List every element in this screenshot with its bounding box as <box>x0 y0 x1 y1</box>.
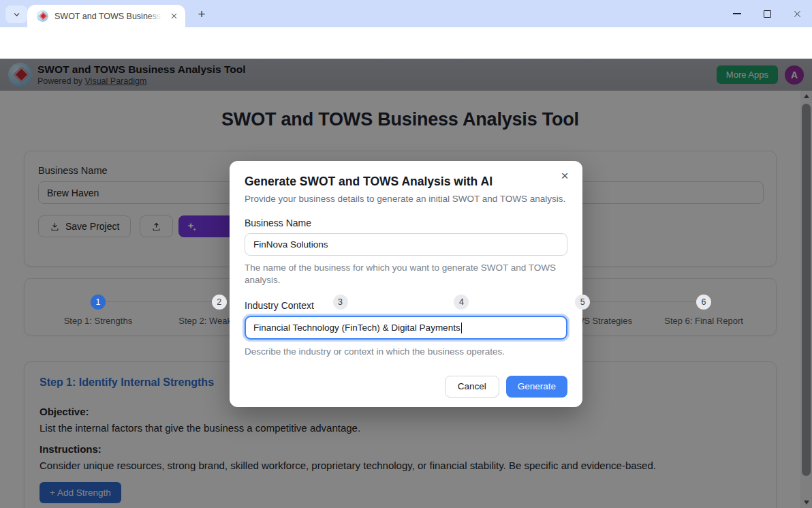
industry-input-text: Financial Technology (FinTech) & Digital… <box>253 323 460 333</box>
maximize-button[interactable] <box>752 0 782 27</box>
modal-business-name-label: Business Name <box>245 218 567 228</box>
step-number: 2 <box>212 295 227 310</box>
close-window-button[interactable] <box>782 0 812 27</box>
step-number: 1 <box>91 295 106 310</box>
minimize-button[interactable] <box>722 0 752 27</box>
tab-search-button[interactable] <box>5 5 27 23</box>
browser-window: SWOT and TOWS Business Anal + ai-to <box>0 0 812 508</box>
browser-toolbar: ai-toolbox.visual-paradigm.com/app/swot-… <box>0 27 812 59</box>
step-number: 3 <box>333 295 348 310</box>
generate-button[interactable]: Generate <box>506 376 567 398</box>
tab-strip: SWOT and TOWS Business Anal + <box>0 0 812 27</box>
browser-tab[interactable]: SWOT and TOWS Business Anal <box>27 5 185 27</box>
site-favicon-icon <box>37 10 48 22</box>
window-controls <box>722 0 812 27</box>
tab-title-fade <box>147 11 165 22</box>
tab-close-icon[interactable] <box>168 10 180 23</box>
chevron-down-icon <box>12 10 21 19</box>
modal-subtitle: Provide your business details to generat… <box>245 194 567 204</box>
cancel-button[interactable]: Cancel <box>445 376 499 398</box>
modal-close-icon[interactable]: × <box>557 168 573 184</box>
minimize-icon <box>733 13 741 14</box>
modal-business-name-help: The name of the business for which you w… <box>245 262 567 286</box>
generate-ai-modal: × Generate SWOT and TOWS Analysis with A… <box>230 161 582 407</box>
step-number: 6 <box>696 295 711 310</box>
text-caret <box>461 323 462 333</box>
maximize-icon <box>764 10 771 18</box>
modal-footer: Cancel Generate <box>245 376 567 398</box>
modal-business-name-input[interactable] <box>245 233 567 256</box>
modal-industry-input[interactable]: Financial Technology (FinTech) & Digital… <box>245 316 567 340</box>
close-icon <box>793 10 802 18</box>
new-tab-button[interactable]: + <box>192 5 211 23</box>
modal-title: Generate SWOT and TOWS Analysis with AI <box>245 175 567 189</box>
modal-industry-help: Describe the industry or context in whic… <box>245 346 567 358</box>
modal-industry-label: Industry Context <box>245 300 567 311</box>
